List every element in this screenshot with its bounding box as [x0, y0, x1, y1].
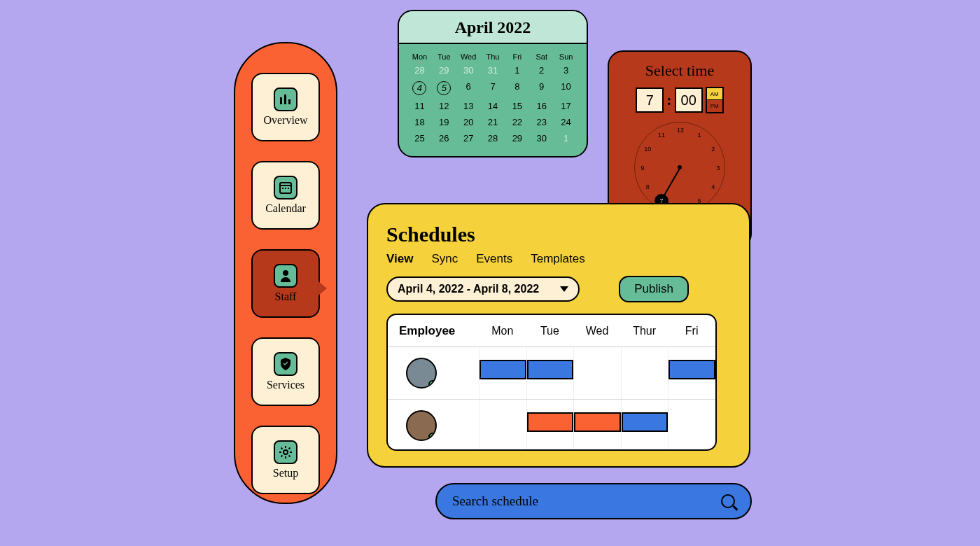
- grid-day-header: Wed: [573, 325, 621, 337]
- calendar-day[interactable]: 28: [407, 62, 432, 78]
- calendar-day[interactable]: 10: [554, 78, 578, 98]
- ampm-toggle[interactable]: AM PM: [706, 87, 724, 113]
- sidebar-item-label: Services: [267, 379, 304, 391]
- calendar-day[interactable]: 3: [554, 62, 578, 78]
- schedule-bar[interactable]: [479, 360, 526, 379]
- sidebar-item-setup[interactable]: Setup: [251, 426, 320, 494]
- schedule-cell[interactable]: [526, 400, 574, 451]
- calendar-day[interactable]: 22: [505, 114, 529, 130]
- calendar-day[interactable]: 19: [432, 114, 456, 130]
- clock-hour[interactable]: 4: [711, 183, 715, 190]
- calendar-day[interactable]: 30: [529, 130, 554, 146]
- calendar-day[interactable]: 25: [407, 130, 432, 146]
- schedules-title: Schedules: [386, 223, 731, 246]
- schedule-bar[interactable]: [574, 412, 621, 432]
- clock-hour[interactable]: 3: [716, 164, 720, 172]
- schedule-cell[interactable]: [621, 347, 668, 399]
- calendar-day[interactable]: 17: [554, 98, 578, 114]
- grid-emp-header: Employee: [388, 324, 479, 338]
- clock-hour[interactable]: 8: [646, 183, 650, 190]
- grid-day-header: Tue: [526, 325, 574, 337]
- calendar-day[interactable]: 20: [456, 114, 481, 130]
- daterange-select[interactable]: April 4, 2022 - April 8, 2022: [386, 276, 580, 302]
- calendar-day[interactable]: 18: [407, 114, 432, 130]
- sidebar-item-calendar[interactable]: Calendar: [251, 161, 320, 230]
- calendar-day[interactable]: 1: [505, 62, 529, 78]
- calendar-day[interactable]: 7: [481, 78, 505, 98]
- schedule-cell[interactable]: [526, 347, 574, 399]
- pm-option[interactable]: PM: [707, 100, 722, 112]
- calendar-day[interactable]: 24: [554, 114, 578, 130]
- clock-face[interactable]: 121234567891011: [634, 122, 725, 213]
- clock-hour[interactable]: 9: [640, 164, 644, 172]
- calendar-day[interactable]: 31: [481, 62, 505, 78]
- schedule-cell[interactable]: [479, 400, 526, 451]
- calendar-day[interactable]: 30: [456, 62, 481, 78]
- clock-hour[interactable]: 10: [644, 146, 651, 153]
- calendar-day[interactable]: 14: [481, 98, 505, 114]
- sidebar: Overview Calendar Staff Services Setup: [234, 42, 337, 504]
- calendar-day[interactable]: 1: [554, 130, 578, 146]
- calendar-day[interactable]: 28: [481, 130, 505, 146]
- clock-hour[interactable]: 1: [697, 132, 701, 139]
- clock-hour[interactable]: 2: [711, 146, 715, 153]
- employee-avatar[interactable]: [406, 410, 437, 441]
- clock-hour[interactable]: 12: [677, 127, 684, 134]
- sidebar-item-overview[interactable]: Overview: [251, 73, 320, 141]
- calendar-day[interactable]: 26: [432, 130, 456, 146]
- grid-day-header: Fri: [668, 325, 715, 337]
- schedules-tab-templates[interactable]: Templates: [531, 252, 584, 266]
- svg-line-17: [281, 456, 283, 457]
- calendar-day[interactable]: 23: [529, 114, 554, 130]
- calendar-day[interactable]: 2: [529, 62, 554, 78]
- schedule-cell[interactable]: [668, 347, 715, 399]
- calendar-day[interactable]: 9: [529, 78, 554, 98]
- schedule-row: [388, 347, 715, 399]
- calendar-day[interactable]: 12: [432, 98, 456, 114]
- calendar-day[interactable]: 4: [407, 78, 432, 98]
- sidebar-item-services[interactable]: Services: [251, 337, 320, 406]
- schedule-bar[interactable]: [668, 360, 715, 379]
- calendar-day[interactable]: 8: [505, 78, 529, 98]
- schedule-bar[interactable]: [527, 360, 574, 379]
- employee-avatar[interactable]: [406, 358, 437, 388]
- minute-input[interactable]: 00: [675, 88, 703, 113]
- hour-input[interactable]: 7: [636, 88, 664, 113]
- sidebar-item-label: Calendar: [265, 202, 306, 215]
- clock-hour[interactable]: 11: [658, 132, 665, 139]
- calendar-day[interactable]: 16: [529, 98, 554, 114]
- svg-point-9: [284, 450, 288, 454]
- schedule-cell[interactable]: [621, 400, 668, 451]
- svg-line-15: [289, 456, 290, 457]
- sidebar-item-label: Overview: [263, 114, 307, 127]
- schedules-tab-events[interactable]: Events: [476, 252, 512, 266]
- person-icon: [274, 264, 298, 288]
- calendar-day[interactable]: 6: [456, 78, 481, 98]
- calendar-day[interactable]: 11: [407, 98, 432, 114]
- svg-line-16: [289, 448, 290, 449]
- schedules-tab-sync[interactable]: Sync: [431, 252, 458, 266]
- schedule-bar[interactable]: [527, 412, 574, 432]
- calendar-day[interactable]: 13: [456, 98, 481, 114]
- calendar-dow: Sun: [554, 50, 578, 62]
- calendar-day[interactable]: 21: [481, 114, 505, 130]
- search-bar[interactable]: Search schedule: [435, 483, 752, 519]
- time-picker-title: Select time: [619, 62, 741, 80]
- calendar-day[interactable]: 5: [432, 78, 456, 98]
- am-option[interactable]: AM: [707, 88, 722, 100]
- schedule-cell[interactable]: [479, 347, 526, 399]
- grid-day-header: Mon: [479, 325, 526, 337]
- calendar-day[interactable]: 27: [456, 130, 481, 146]
- sidebar-item-staff[interactable]: Staff: [251, 249, 320, 318]
- schedules-tab-view[interactable]: View: [386, 252, 413, 266]
- calendar-day[interactable]: 29: [432, 62, 456, 78]
- schedule-bar[interactable]: [622, 412, 668, 432]
- publish-button[interactable]: Publish: [619, 276, 689, 302]
- svg-rect-0: [280, 97, 282, 104]
- schedule-cell[interactable]: [668, 400, 715, 451]
- schedule-cell[interactable]: [573, 347, 621, 399]
- calendar-day[interactable]: 29: [505, 130, 529, 146]
- schedule-cell[interactable]: [573, 400, 621, 451]
- svg-line-14: [281, 448, 283, 449]
- calendar-day[interactable]: 15: [505, 98, 529, 114]
